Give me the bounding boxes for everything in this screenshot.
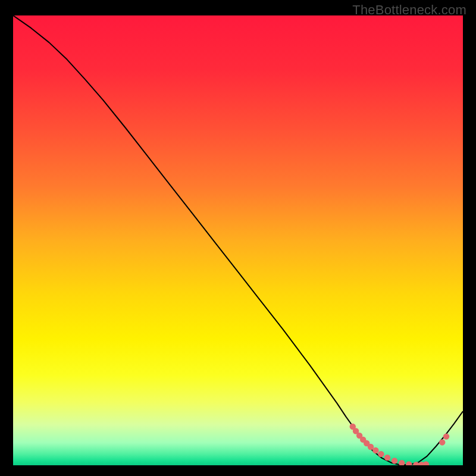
data-marker [439,439,445,445]
chart-svg [13,15,463,465]
plot-background [13,15,463,465]
data-marker [378,451,384,457]
chart-frame: TheBottleneck.com [0,0,476,476]
data-marker [372,447,378,453]
data-marker [384,455,390,461]
chart-plot-area [13,15,463,465]
data-marker [392,458,397,464]
data-marker [443,433,449,439]
data-marker [368,444,374,450]
